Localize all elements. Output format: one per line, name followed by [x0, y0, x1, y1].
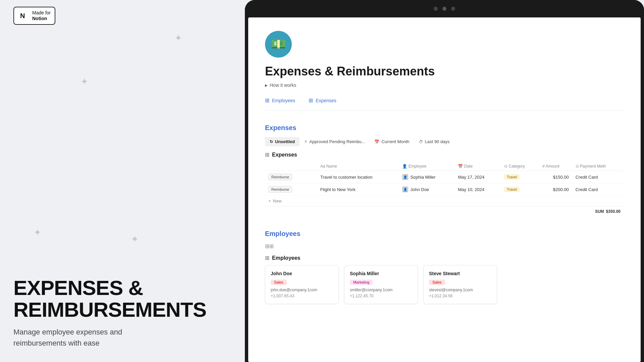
- dept-badge-1: Sales: [271, 280, 287, 285]
- row1-name: Travel to customer location: [317, 171, 399, 183]
- employees-db-header: ⊞ Employees: [265, 255, 624, 261]
- unsettled-icon: ↻: [270, 139, 273, 144]
- row2-category: Travel: [501, 183, 539, 196]
- row2-amount: $200.00: [539, 183, 572, 196]
- expenses-db-title: Expenses: [272, 152, 297, 158]
- filter-tab-unsettled[interactable]: ↻ Unsettled: [265, 137, 300, 146]
- col-info: [308, 162, 317, 171]
- employee-amount-1: +1,007.65.43: [271, 294, 333, 298]
- row1-category: Travel: [501, 171, 539, 183]
- filter-tab-current-month[interactable]: 📅 Current Month: [370, 137, 414, 146]
- employee-card-name-1: John Doe: [271, 271, 333, 276]
- employee-amount-2: +1,122.45.70: [350, 294, 412, 298]
- col-name: Aa Name: [317, 162, 399, 171]
- employee-card-1[interactable]: John Doe Sales john.doe@company.1com +1,…: [265, 265, 339, 304]
- page-heading: EXPENSES & REIMBURSEMENTS: [13, 277, 225, 320]
- table-row: Reimburse Flight to New York 👤 John Doe: [265, 183, 624, 196]
- filter-tab-last-90[interactable]: ⏱ Last 90 days: [414, 137, 454, 146]
- expenses-db-header: ⊞ Expenses: [265, 152, 624, 158]
- tablet-frame: 💵 Expenses & Reimbursements ▶ How it wor…: [245, 0, 644, 362]
- row2-btn-cell[interactable]: Reimburse: [265, 183, 308, 196]
- logo-box: N Made for Notion: [13, 7, 55, 25]
- clock-icon: ⏱: [419, 139, 423, 144]
- new-row-button[interactable]: + New: [265, 196, 624, 206]
- quick-link-employees[interactable]: ⊞ Employees: [265, 97, 295, 104]
- row1-info: [308, 171, 317, 183]
- expenses-section: Expenses ↻ Unsettled ✕ Approved Pending …: [265, 124, 624, 217]
- col-date: 📅 Date: [454, 162, 501, 171]
- tablet-dot-1: [434, 7, 438, 11]
- employees-db-title: Employees: [272, 255, 300, 261]
- approved-close-icon: ✕: [304, 139, 307, 144]
- decorative-cross-3: ✦: [34, 228, 41, 237]
- triangle-icon: ▶: [265, 83, 268, 87]
- employee-email-2: smiller@company.1com: [350, 288, 412, 292]
- table-row: Reimburse Travel to customer location 👤 …: [265, 171, 624, 183]
- quick-links: ⊞ Employees ⊞ Expenses: [265, 97, 624, 111]
- db-expenses-icon: ⊞: [265, 152, 269, 158]
- row1-employee: 👤 Sophia Miller: [399, 171, 454, 183]
- employee-avatar-1: 👤: [402, 174, 408, 180]
- col-payment: ⊙ Payment Meth: [572, 162, 624, 171]
- page-icon: 💵: [265, 31, 292, 58]
- travel-badge-1: Travel: [504, 174, 520, 180]
- employee-avatar-2: 👤: [402, 186, 408, 192]
- col-actions: [265, 162, 308, 171]
- decorative-cross-2: ✦: [80, 77, 88, 86]
- expenses-section-title: Expenses: [265, 124, 624, 132]
- how-it-works-toggle[interactable]: ▶ How it works: [265, 82, 624, 88]
- employee-cards: John Doe Sales john.doe@company.1com +1,…: [265, 265, 624, 304]
- calendar-icon: 📅: [374, 139, 379, 144]
- main-heading: EXPENSES & REIMBURSEMENTS Manage employe…: [13, 277, 225, 349]
- employees-section-title: Employees: [265, 230, 624, 238]
- quick-link-expenses[interactable]: ⊞ Expenses: [309, 97, 336, 104]
- notion-content: 💵 Expenses & Reimbursements ▶ How it wor…: [248, 17, 641, 362]
- reimburse-button-1[interactable]: Reimburse: [268, 174, 292, 180]
- page-subheading: Manage employee expenses and reimburseme…: [13, 326, 174, 349]
- row2-payment: Credit Card: [572, 183, 624, 196]
- logo-text: Made for Notion: [32, 10, 51, 21]
- tablet-screen[interactable]: 💵 Expenses & Reimbursements ▶ How it wor…: [248, 17, 641, 362]
- decorative-cross-4: ✦: [131, 235, 139, 244]
- plus-icon: +: [268, 198, 271, 203]
- gallery-icon: ⊞⊞: [265, 243, 624, 249]
- notion-icon: N: [18, 10, 29, 21]
- expenses-table: Aa Name 👤 Employee 📅 Date ⊙ Category # A…: [265, 162, 624, 196]
- employees-link-icon: ⊞: [265, 97, 269, 104]
- expenses-link-icon: ⊞: [309, 97, 313, 104]
- row2-name: Flight to New York: [317, 183, 399, 196]
- page-title: Expenses & Reimbursements: [265, 64, 624, 78]
- filter-tab-approved[interactable]: ✕ Approved Pending Reimbu...: [300, 137, 370, 146]
- row1-date: May 17, 2024: [454, 171, 501, 183]
- tablet-dot-2: [442, 7, 446, 11]
- travel-badge-2: Travel: [504, 187, 520, 192]
- col-category: ⊙ Category: [501, 162, 539, 171]
- right-panel: 💵 Expenses & Reimbursements ▶ How it wor…: [238, 0, 644, 362]
- decorative-cross-1: ✦: [174, 34, 182, 43]
- table-header-row: Aa Name 👤 Employee 📅 Date ⊙ Category # A…: [265, 162, 624, 171]
- left-panel: N Made for Notion ✦ ✦ ✦ ✦ EXPENSES & REI…: [0, 0, 238, 362]
- employee-email-1: john.doe@company.1com: [271, 288, 333, 292]
- employee-card-name-2: Sophia Miller: [350, 271, 412, 276]
- row2-info: [308, 183, 317, 196]
- employee-card-2[interactable]: Sophia Miller Marketing smiller@company.…: [344, 265, 418, 304]
- row1-btn-cell[interactable]: Reimburse: [265, 171, 308, 183]
- filter-tabs: ↻ Unsettled ✕ Approved Pending Reimbu...…: [265, 137, 624, 146]
- row1-payment: Credit Card: [572, 171, 624, 183]
- employees-section: Employees ⊞⊞ ⊞ Employees John Doe Sales …: [265, 230, 624, 304]
- svg-text:N: N: [20, 12, 25, 19]
- tablet-dot-3: [451, 7, 455, 11]
- employee-email-3: stevest@company.1com: [429, 288, 491, 292]
- employee-amount-3: +1,012.34.56: [429, 294, 491, 298]
- dept-badge-2: Marketing: [350, 280, 373, 285]
- col-amount: # Amount: [539, 162, 572, 171]
- row2-employee: 👤 John Doe: [399, 183, 454, 196]
- reimburse-button-2[interactable]: Reimburse: [268, 186, 292, 193]
- employee-card-3[interactable]: Steve Stewart Sales stevest@company.1com…: [423, 265, 497, 304]
- tablet-top-bar: [245, 0, 644, 17]
- row2-date: May 10, 2024: [454, 183, 501, 196]
- db-employees-icon: ⊞: [265, 255, 269, 261]
- dollar-icon: 💵: [271, 37, 286, 51]
- col-employee: 👤 Employee: [399, 162, 454, 171]
- employee-card-name-3: Steve Stewart: [429, 271, 491, 276]
